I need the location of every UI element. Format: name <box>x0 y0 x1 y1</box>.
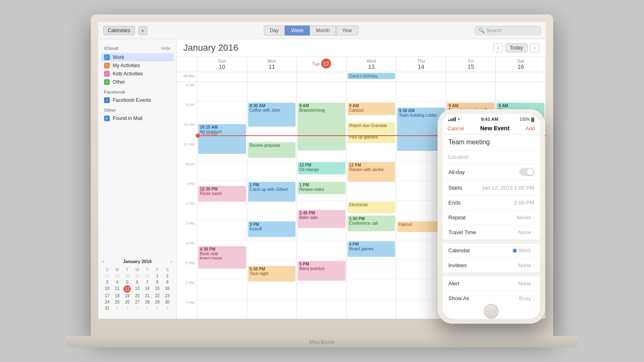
bake-sale-event[interactable]: 2:45 PM Bake sale <box>298 210 346 228</box>
wed-6pm[interactable] <box>347 280 397 300</box>
mini-cal-day[interactable]: 30 <box>163 299 172 305</box>
oil-change-event[interactable]: 12 PM Oil change <box>298 162 346 174</box>
wed-10am[interactable]: Report due Granada Pick up glasses <box>347 122 397 141</box>
wed-2pm[interactable]: Electrician 1:30 PM Conference call <box>347 201 397 221</box>
band-practice-event[interactable]: 5 PM Band practice <box>298 261 346 281</box>
wed-9am[interactable]: 9 AM Carpool <box>347 102 397 122</box>
ramen-event[interactable]: 12 PM Ramen with Jackie <box>348 162 395 182</box>
mini-cal-day[interactable]: 23 <box>163 293 172 299</box>
sun-7pm[interactable] <box>197 300 247 319</box>
view-month-button[interactable]: Month <box>310 26 336 35</box>
allday-toggle[interactable] <box>519 168 534 176</box>
mon-2pm[interactable] <box>247 201 297 221</box>
art-museum-event[interactable]: 10:15 AM Art museum <box>198 124 246 154</box>
iphone-location[interactable]: Location <box>443 150 540 164</box>
mini-cal-day[interactable]: 21 <box>142 293 152 299</box>
mini-cal-day[interactable]: 22 <box>152 293 162 299</box>
book-club-event[interactable]: 4:30 PM Book club Brian's house <box>198 246 246 269</box>
mini-cal-day[interactable]: 10 <box>102 285 112 293</box>
mini-cal-day[interactable]: 2 <box>163 273 172 279</box>
mini-cal-day[interactable]: 28 <box>142 299 152 305</box>
mini-cal-day[interactable]: 4 <box>142 305 152 311</box>
next-nav-button[interactable]: › <box>530 43 539 52</box>
mini-cal-day[interactable]: 1 <box>112 305 122 311</box>
mini-cal-today[interactable]: 12 <box>123 285 131 293</box>
mini-cal-day[interactable]: 14 <box>142 285 152 293</box>
mini-cal-day[interactable]: 7 <box>142 279 152 285</box>
iphone-row-alert[interactable]: Alert None › <box>443 276 540 291</box>
sidebar-item-kids-activities[interactable]: Kids Activities <box>98 70 176 78</box>
review-notes-event[interactable]: 1 PM Review notes <box>298 182 346 194</box>
mini-cal-day[interactable]: 16 <box>163 285 172 293</box>
mini-cal-day[interactable]: 5 <box>123 279 132 285</box>
sun-1pm[interactable]: 12:30 PM Picnic lunch <box>197 181 247 201</box>
sat-8am[interactable] <box>496 82 546 102</box>
mon-11am[interactable]: Review proposal <box>247 141 297 161</box>
mini-cal-day[interactable]: 30 <box>133 273 142 279</box>
darlas-birthday-event[interactable]: Darla's birthday <box>348 73 395 79</box>
iphone-cancel-button[interactable]: Cancel <box>447 125 464 132</box>
tue-2pm[interactable]: 2:45 PM Bake sale <box>297 201 347 221</box>
prev-nav-button[interactable]: ‹ <box>494 43 503 52</box>
mini-cal-day[interactable]: 27 <box>102 273 112 279</box>
tue-1pm[interactable]: 1 PM Review notes <box>297 181 347 201</box>
tue-4pm[interactable] <box>297 240 347 260</box>
home-button[interactable] <box>484 304 499 319</box>
mini-cal-day[interactable]: 24 <box>102 299 112 305</box>
mini-cal-day[interactable]: 18 <box>112 293 122 299</box>
mini-cal-day[interactable]: 28 <box>112 273 122 279</box>
report-due-event[interactable]: Report due Granada <box>348 122 395 133</box>
mini-cal-day[interactable]: 3 <box>133 305 142 311</box>
mini-cal-day[interactable]: 9 <box>163 279 172 285</box>
wed-5pm[interactable] <box>347 260 397 280</box>
mini-cal-day[interactable]: 29 <box>123 273 132 279</box>
add-calendar-button[interactable]: + <box>138 26 147 35</box>
iphone-row-travel[interactable]: Travel Time None › <box>443 225 540 240</box>
tue-7pm[interactable] <box>297 300 347 319</box>
tue-9am[interactable]: 9 AM Brainstorming <box>297 102 347 122</box>
mon-3pm[interactable]: 3 PM Kickoff <box>247 221 297 240</box>
mini-cal-day[interactable]: 19 <box>123 293 132 299</box>
view-week-button[interactable]: Week <box>285 26 310 35</box>
mini-cal-day[interactable]: 31 <box>102 305 112 311</box>
mini-cal-day[interactable]: 27 <box>133 299 142 305</box>
wed-7pm[interactable] <box>347 300 397 319</box>
mini-cal-day[interactable]: 5 <box>152 305 162 311</box>
tue-5pm[interactable]: 5 PM Band practice <box>297 260 347 280</box>
hide-link[interactable]: Hide <box>161 46 170 51</box>
sidebar-item-found-mail[interactable]: Found in Mail <box>98 114 176 122</box>
sun-9am[interactable] <box>197 102 247 122</box>
sidebar-item-my-activities[interactable]: My Activities <box>98 61 176 70</box>
kickoff-event[interactable]: 3 PM Kickoff <box>248 221 296 237</box>
fri-8am[interactable] <box>446 82 496 102</box>
catchup-event[interactable]: 1 PM Catch up with Gilbert <box>248 182 296 202</box>
sidebar-item-work[interactable]: Work <box>101 53 174 61</box>
review-proposal-event[interactable]: Review proposal <box>248 142 296 158</box>
wed-1pm[interactable] <box>347 181 397 201</box>
picnic-lunch-event[interactable]: 12:30 PM Picnic lunch <box>198 186 246 202</box>
calendars-button[interactable]: Calendars <box>103 26 135 35</box>
mon-8am[interactable] <box>247 82 297 102</box>
mini-cal-day[interactable]: 2 <box>123 305 132 311</box>
wed-noon[interactable]: 12 PM Ramen with Jackie <box>347 161 397 181</box>
mon-7pm[interactable] <box>247 300 297 319</box>
mon-5pm[interactable]: 5:30 PM Taco night <box>247 260 297 280</box>
iphone-row-calendar[interactable]: Calendar Work › <box>443 243 540 258</box>
mini-cal-prev[interactable]: ‹ <box>102 259 104 264</box>
search-box[interactable]: 🔍 Search <box>475 26 541 35</box>
mini-cal-day[interactable]: 17 <box>102 293 112 299</box>
view-day-button[interactable]: Day <box>264 26 285 35</box>
iphone-add-button[interactable]: Add <box>526 125 535 132</box>
iphone-row-showas[interactable]: Show As Busy › <box>443 291 540 304</box>
mon-6pm[interactable] <box>247 280 297 300</box>
tue-noon[interactable]: 12 PM Oil change <box>297 161 347 181</box>
iphone-row-ends[interactable]: Ends 2:00 PM <box>443 195 540 210</box>
mini-cal-day[interactable]: 25 <box>112 299 122 305</box>
brainstorming-event[interactable]: 9 AM Brainstorming <box>298 103 346 150</box>
sun-4pm[interactable]: 4:30 PM Book club Brian's house <box>197 240 247 260</box>
sun-3pm[interactable] <box>197 221 247 240</box>
mini-cal-day[interactable]: 1 <box>152 273 162 279</box>
sidebar-item-other[interactable]: Other <box>98 78 176 86</box>
tue-8am[interactable] <box>297 82 347 102</box>
mon-noon[interactable] <box>247 161 297 181</box>
